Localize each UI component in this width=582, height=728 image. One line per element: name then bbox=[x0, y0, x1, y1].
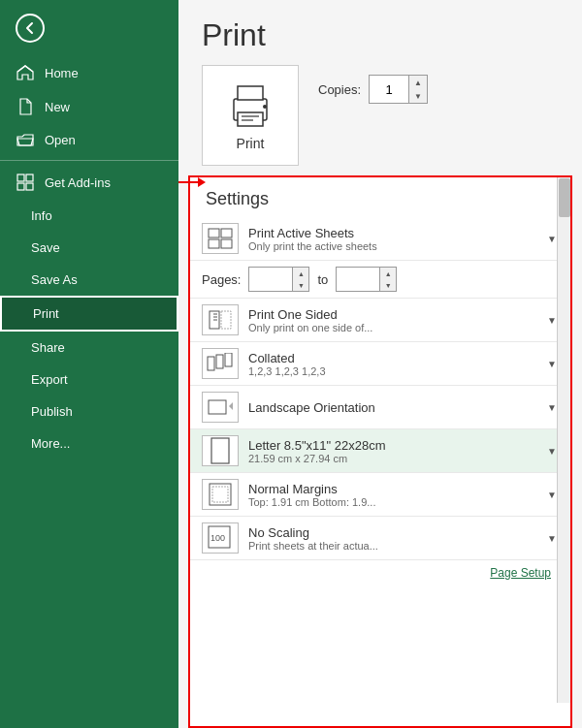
sidebar-item-new-label: New bbox=[45, 100, 70, 114]
margins-sub: Top: 1.91 cm Bottom: 1.9... bbox=[248, 496, 545, 508]
one-sided-icon bbox=[202, 304, 239, 335]
svg-rect-21 bbox=[225, 353, 232, 366]
sidebar-item-new[interactable]: New bbox=[0, 89, 178, 124]
sidebar-item-more-label: More... bbox=[31, 436, 70, 451]
setting-row-paper-size[interactable]: Letter 8.5"x11" 22x28cm 21.59 cm x 27.94… bbox=[190, 429, 570, 473]
new-icon bbox=[16, 98, 35, 115]
copies-spinner: ▲ ▼ bbox=[408, 76, 427, 103]
print-button-label: Print bbox=[237, 136, 265, 151]
sidebar-item-save-as[interactable]: Save As bbox=[0, 264, 178, 296]
scaling-main: No Scaling bbox=[248, 525, 545, 540]
svg-text:100: 100 bbox=[210, 533, 225, 543]
active-sheets-main: Print Active Sheets bbox=[248, 226, 545, 240]
svg-point-7 bbox=[263, 105, 267, 109]
sidebar-item-share-label: Share bbox=[31, 340, 65, 355]
setting-row-collated[interactable]: Collated 1,2,3 1,2,3 1,2,3 ▼ bbox=[190, 342, 570, 386]
page-title: Print bbox=[178, 0, 582, 65]
svg-rect-3 bbox=[26, 183, 33, 190]
active-sheets-text: Print Active Sheets Only print the activ… bbox=[248, 226, 545, 252]
one-sided-sub: Only print on one side of... bbox=[248, 322, 545, 333]
settings-panel: Settings Print Active Sheets Only print … bbox=[188, 175, 572, 728]
pages-to-down[interactable]: ▼ bbox=[380, 279, 396, 291]
pages-from-down[interactable]: ▼ bbox=[293, 279, 308, 291]
orientation-main: Landscape Orientation bbox=[248, 400, 545, 415]
sidebar-item-open[interactable]: Open bbox=[0, 124, 178, 156]
margins-text: Normal Margins Top: 1.91 cm Bottom: 1.9.… bbox=[248, 482, 545, 508]
sidebar-item-export[interactable]: Export bbox=[0, 364, 178, 396]
print-button[interactable]: Print bbox=[202, 65, 299, 166]
svg-rect-20 bbox=[216, 355, 223, 368]
sidebar-item-home[interactable]: Home bbox=[0, 56, 178, 89]
setting-row-scaling[interactable]: 100 No Scaling Print sheets at their act… bbox=[190, 517, 570, 560]
svg-rect-6 bbox=[238, 112, 263, 126]
paper-size-icon bbox=[202, 435, 239, 466]
sidebar-item-print-label: Print bbox=[33, 306, 59, 321]
sidebar-item-more[interactable]: More... bbox=[0, 427, 178, 459]
paper-size-main: Letter 8.5"x11" 22x28cm bbox=[248, 438, 545, 453]
page-setup-link[interactable]: Page Setup bbox=[190, 560, 570, 586]
sidebar-item-info-label: Info bbox=[31, 208, 52, 223]
copies-down-button[interactable]: ▼ bbox=[409, 89, 427, 103]
pages-to-up[interactable]: ▲ bbox=[380, 268, 396, 279]
svg-rect-18 bbox=[221, 311, 231, 329]
margins-main: Normal Margins bbox=[248, 482, 545, 496]
svg-rect-0 bbox=[17, 174, 24, 181]
sidebar-item-get-add-ins[interactable]: Get Add-ins bbox=[0, 165, 178, 200]
nav-divider-1 bbox=[0, 160, 178, 161]
get-add-ins-icon bbox=[16, 174, 35, 191]
pages-to-input[interactable] bbox=[337, 269, 379, 289]
orientation-text: Landscape Orientation bbox=[248, 400, 545, 415]
svg-rect-23 bbox=[211, 438, 229, 463]
svg-rect-25 bbox=[212, 487, 228, 502]
one-sided-text: Print One Sided Only print on one side o… bbox=[248, 307, 545, 333]
collated-icon bbox=[202, 348, 239, 379]
sidebar-item-info[interactable]: Info bbox=[0, 200, 178, 232]
copies-input[interactable] bbox=[370, 79, 408, 101]
scrollbar-track[interactable] bbox=[557, 177, 570, 703]
orientation-icon bbox=[202, 392, 239, 423]
sidebar-item-publish-label: Publish bbox=[31, 404, 73, 419]
sidebar-item-home-label: Home bbox=[45, 66, 79, 80]
sidebar-item-get-add-ins-label: Get Add-ins bbox=[45, 175, 111, 190]
pages-from-input[interactable] bbox=[249, 269, 292, 289]
settings-title: Settings bbox=[190, 177, 570, 217]
annotation-arrow bbox=[178, 177, 206, 187]
setting-row-one-sided[interactable]: Print One Sided Only print on one side o… bbox=[190, 299, 570, 342]
sidebar-item-share[interactable]: Share bbox=[0, 332, 178, 364]
sidebar-item-publish[interactable]: Publish bbox=[0, 396, 178, 427]
copies-up-button[interactable]: ▲ bbox=[409, 76, 427, 89]
paper-size-sub: 21.59 cm x 27.94 cm bbox=[248, 453, 545, 464]
sidebar-nav: Home New Open bbox=[0, 56, 178, 728]
svg-rect-13 bbox=[221, 239, 232, 248]
copies-input-wrap: ▲ ▼ bbox=[369, 75, 428, 104]
back-button[interactable] bbox=[0, 0, 178, 56]
collated-sub: 1,2,3 1,2,3 1,2,3 bbox=[248, 365, 545, 377]
svg-rect-1 bbox=[26, 174, 33, 181]
scaling-text: No Scaling Print sheets at their actua..… bbox=[248, 525, 545, 552]
setting-row-active-sheets[interactable]: Print Active Sheets Only print the activ… bbox=[190, 217, 570, 261]
active-sheets-icon bbox=[202, 223, 239, 254]
sidebar-item-export-label: Export bbox=[31, 372, 68, 387]
copies-label: Copies: bbox=[318, 82, 361, 97]
active-sheets-sub: Only print the active sheets bbox=[248, 240, 545, 252]
main-content: Print Print Copies: ▲ ▼ bbox=[178, 0, 582, 728]
back-icon bbox=[16, 14, 45, 43]
scrollbar-thumb[interactable] bbox=[559, 178, 570, 217]
paper-size-text: Letter 8.5"x11" 22x28cm 21.59 cm x 27.94… bbox=[248, 438, 545, 464]
svg-rect-12 bbox=[209, 239, 219, 248]
scaling-sub: Print sheets at their actua... bbox=[248, 540, 545, 552]
sidebar-item-save[interactable]: Save bbox=[0, 232, 178, 264]
copies-area: Copies: ▲ ▼ bbox=[318, 65, 428, 104]
pages-to-spinner: ▲ ▼ bbox=[379, 268, 396, 291]
sidebar-item-print[interactable]: Print bbox=[0, 296, 178, 332]
page-setup-label: Page Setup bbox=[490, 566, 551, 580]
print-area: Print Copies: ▲ ▼ bbox=[178, 65, 582, 166]
setting-row-orientation[interactable]: Landscape Orientation ▼ bbox=[190, 386, 570, 429]
svg-rect-19 bbox=[208, 357, 214, 370]
sidebar-item-open-label: Open bbox=[45, 133, 76, 147]
setting-row-margins[interactable]: Normal Margins Top: 1.91 cm Bottom: 1.9.… bbox=[190, 473, 570, 517]
pages-from-up[interactable]: ▲ bbox=[293, 268, 308, 279]
collated-text: Collated 1,2,3 1,2,3 1,2,3 bbox=[248, 351, 545, 377]
pages-from-spinner: ▲ ▼ bbox=[292, 268, 308, 291]
pages-row: Pages: ▲ ▼ to ▲ ▼ bbox=[190, 261, 570, 299]
